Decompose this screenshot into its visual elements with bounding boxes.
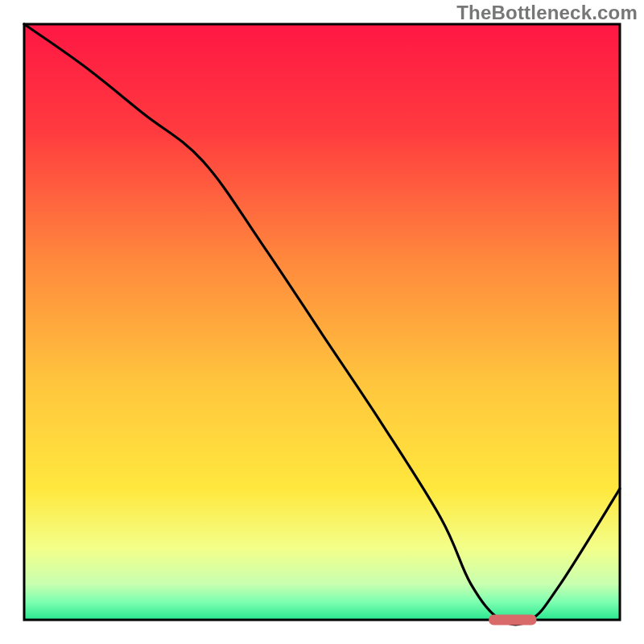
bottleneck-chart xyxy=(0,0,644,644)
plot-background xyxy=(24,24,620,620)
optimal-zone-marker xyxy=(489,615,536,625)
chart-container: TheBottleneck.com xyxy=(0,0,644,644)
watermark-label: TheBottleneck.com xyxy=(456,2,638,24)
